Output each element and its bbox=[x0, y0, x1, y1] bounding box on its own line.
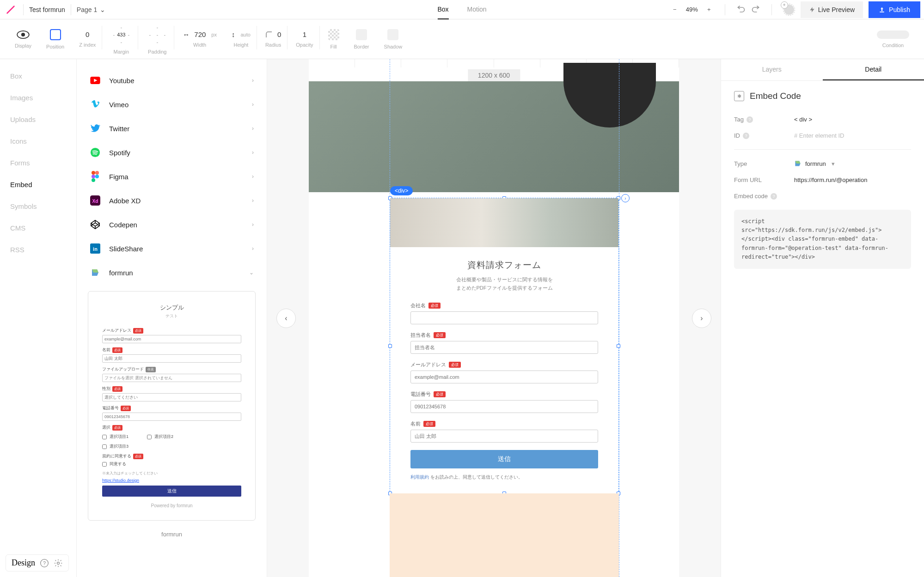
twitter-icon bbox=[90, 123, 101, 134]
preview-sex-select bbox=[102, 393, 241, 401]
artboard[interactable]: 1200 x 600 <div> › ⊙ bbox=[309, 59, 679, 577]
codepen-icon bbox=[90, 219, 101, 230]
shadow-swatch[interactable] bbox=[387, 29, 398, 40]
form-person-input[interactable] bbox=[410, 341, 598, 354]
width-value[interactable]: ↔ 720 px bbox=[183, 30, 217, 38]
zoom-level[interactable]: 49% bbox=[686, 6, 698, 13]
svg-point-7 bbox=[95, 175, 99, 178]
embed-item-codepen[interactable]: Codepen› bbox=[88, 213, 256, 237]
sidenav-rss[interactable]: RSS bbox=[10, 246, 66, 254]
sidenav-uploads[interactable]: Uploads bbox=[10, 115, 66, 123]
canvas[interactable]: ‹ › 1200 x 600 <div> › bbox=[267, 59, 721, 577]
hero-image[interactable] bbox=[309, 81, 679, 192]
zindex-value[interactable]: 0 bbox=[86, 30, 89, 38]
embed-item-adobexd[interactable]: XdAdobe XD› bbox=[88, 188, 256, 213]
radius-icon bbox=[265, 31, 273, 38]
embed-item-twitter[interactable]: Twitter› bbox=[88, 116, 256, 140]
chevron-right-icon: › bbox=[252, 245, 254, 252]
tab-box[interactable]: Box bbox=[437, 0, 448, 19]
chevron-right-icon: › bbox=[252, 101, 254, 108]
embed-code-icon: ✱ bbox=[734, 91, 744, 101]
sidenav-forms[interactable]: Forms bbox=[10, 159, 66, 167]
sidenav-cms[interactable]: CMS bbox=[10, 224, 66, 232]
chevron-right-icon: › bbox=[252, 173, 254, 180]
fill-swatch[interactable] bbox=[328, 29, 339, 40]
canvas-prev-button[interactable]: ‹ bbox=[276, 309, 296, 328]
preview-submit-button: 送信 bbox=[102, 486, 241, 497]
add-collaborator-button[interactable]: + bbox=[783, 4, 795, 16]
app-logo-icon[interactable] bbox=[4, 3, 18, 17]
svg-text:Xd: Xd bbox=[92, 199, 98, 204]
radius-value[interactable]: 0 bbox=[265, 30, 281, 38]
embed-item-formrun[interactable]: formrun⌄ bbox=[88, 261, 256, 285]
preview-email-input bbox=[102, 335, 241, 343]
undo-icon[interactable] bbox=[736, 5, 746, 14]
help-icon[interactable]: ? bbox=[40, 559, 49, 568]
border-swatch[interactable] bbox=[356, 29, 367, 40]
preview-name-input bbox=[102, 354, 241, 363]
page-selector[interactable]: Page 1 ⌄ bbox=[77, 6, 105, 13]
selected-element[interactable]: <div> › ⊙ 資料請求フォーム 会社概要や製品・サービスに関する情報をまと… bbox=[390, 198, 619, 494]
tab-layers[interactable]: Layers bbox=[721, 59, 823, 80]
sidenav-symbols[interactable]: Symbols bbox=[10, 202, 66, 210]
zoom-out-button[interactable]: − bbox=[670, 5, 679, 14]
condition-toggle[interactable] bbox=[877, 30, 909, 39]
sidenav-box[interactable]: Box bbox=[10, 72, 66, 80]
zoom-in-button[interactable]: + bbox=[704, 5, 714, 14]
padding-control[interactable]: - --- - bbox=[147, 24, 168, 45]
formrun-icon bbox=[90, 267, 101, 278]
property-bar: Display Position 0 Z index - -433- - Mar… bbox=[0, 19, 924, 59]
canvas-next-button[interactable]: › bbox=[692, 309, 711, 328]
help-icon[interactable]: ? bbox=[771, 193, 777, 200]
embed-item-vimeo[interactable]: Vimeo› bbox=[88, 92, 256, 116]
chevron-right-icon: › bbox=[252, 197, 254, 204]
embed-item-youtube[interactable]: Youtube› bbox=[88, 68, 256, 92]
selection-action-icon[interactable]: › bbox=[621, 194, 630, 202]
embed-item-spotify[interactable]: Spotify› bbox=[88, 140, 256, 164]
chevron-right-icon: › bbox=[252, 125, 254, 132]
embed-list-footer: formrun bbox=[88, 521, 256, 548]
height-value[interactable]: ↕ auto bbox=[232, 30, 251, 38]
embed-item-figma[interactable]: Figma› bbox=[88, 164, 256, 188]
svg-point-8 bbox=[92, 178, 95, 182]
position-static-icon[interactable] bbox=[50, 29, 61, 40]
embedded-form[interactable]: 資料請求フォーム 会社概要や製品・サービスに関する情報をまとめたPDFファイルを… bbox=[390, 198, 618, 493]
top-bar: Test formrun Page 1 ⌄ Box Motion − 49% +… bbox=[0, 0, 924, 19]
svg-point-1 bbox=[21, 32, 25, 36]
redo-icon[interactable] bbox=[751, 5, 760, 14]
opacity-value[interactable]: 1 bbox=[303, 30, 306, 38]
canvas-bottom-section[interactable] bbox=[390, 493, 619, 577]
form-submit-button[interactable]: 送信 bbox=[410, 450, 598, 468]
tab-motion[interactable]: Motion bbox=[467, 0, 487, 19]
live-preview-button[interactable]: Live Preview bbox=[801, 1, 863, 18]
embed-type-select[interactable]: formrun▾ bbox=[794, 160, 911, 167]
tag-value[interactable]: < div > bbox=[794, 116, 911, 123]
svg-text:?: ? bbox=[43, 560, 46, 566]
formrun-template-preview[interactable]: シンプル テスト メールアドレス必須 名前必須 ファイルアップロード任意ファイル… bbox=[88, 291, 256, 521]
tab-detail[interactable]: Detail bbox=[823, 59, 924, 80]
embed-item-slideshare[interactable]: inSlideShare› bbox=[88, 237, 256, 261]
embed-code-textarea[interactable]: <script src="https://sdk.form.run/js/v2/… bbox=[734, 210, 911, 269]
help-icon[interactable]: ? bbox=[743, 133, 749, 139]
sidenav-icons[interactable]: Icons bbox=[10, 137, 66, 145]
help-icon[interactable]: ? bbox=[747, 116, 753, 123]
form-url-input[interactable] bbox=[794, 176, 911, 183]
project-name[interactable]: Test formrun bbox=[29, 6, 65, 13]
detail-panel: Layers Detail ✱Embed Code Tag?< div > ID… bbox=[721, 59, 924, 577]
element-id-input[interactable] bbox=[794, 132, 911, 139]
design-mode-label[interactable]: Design bbox=[12, 558, 35, 568]
form-email-input[interactable] bbox=[410, 370, 598, 383]
eye-icon[interactable] bbox=[17, 30, 30, 39]
publish-button[interactable]: Publish bbox=[869, 1, 920, 18]
resize-handle[interactable] bbox=[388, 344, 392, 348]
settings-icon[interactable] bbox=[54, 559, 63, 568]
margin-control[interactable]: - -433- - bbox=[110, 24, 132, 45]
left-sidenav: Box Images Uploads Icons Forms Embed Sym… bbox=[0, 59, 77, 577]
form-header-image bbox=[390, 198, 618, 247]
sidenav-embed[interactable]: Embed bbox=[10, 181, 66, 188]
form-name-input[interactable] bbox=[410, 430, 598, 443]
form-company-input[interactable] bbox=[410, 311, 598, 324]
form-tel-input[interactable] bbox=[410, 400, 598, 413]
resize-handle[interactable] bbox=[617, 344, 620, 348]
sidenav-images[interactable]: Images bbox=[10, 94, 66, 102]
